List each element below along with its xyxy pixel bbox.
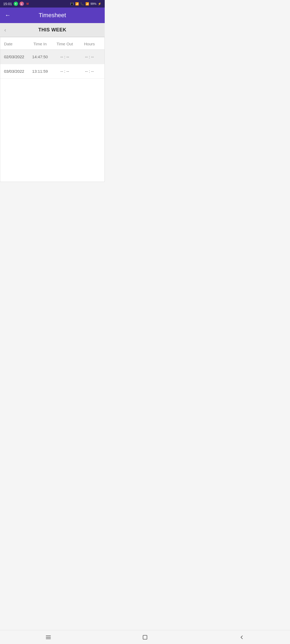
gmail-icon: M	[26, 2, 30, 6]
row-date-1: 03/03/2022	[3, 69, 28, 74]
app-header: ← Timesheet	[0, 8, 105, 23]
status-bar-right: 📳 📶 📞 📶 99% ⚡	[70, 2, 102, 6]
whatsapp-icon: ●	[14, 2, 18, 6]
signal-icon: 📶	[85, 2, 89, 6]
back-button[interactable]: ←	[5, 12, 11, 19]
back-arrow-icon: ←	[5, 12, 11, 19]
col-header-time-in: Time In	[28, 42, 52, 46]
row-time-in-0: 14:47:50	[28, 54, 52, 59]
row-date-0: 02/03/2022	[3, 54, 28, 59]
week-nav: ‹ THIS WEEK	[0, 23, 105, 37]
table-header: Date Time In Time Out Hours	[0, 37, 104, 50]
vibrate-icon: 📳	[70, 2, 74, 6]
week-prev-button[interactable]: ‹	[4, 27, 6, 33]
wifi-icon: 📶	[75, 2, 79, 6]
battery-text: 99%	[90, 2, 96, 5]
week-nav-title: THIS WEEK	[38, 27, 67, 33]
call-icon: 📞	[80, 2, 84, 6]
col-header-time-out: Time Out	[52, 42, 77, 46]
row-time-out-0: -- : --	[52, 54, 77, 59]
status-time: 15:01	[3, 2, 12, 6]
row-hours-1: -- : --	[77, 69, 102, 74]
status-bar-left: 15:01 ● ▲ M	[3, 2, 30, 6]
app-icon-clip: ▲	[20, 2, 24, 6]
page-title: Timesheet	[39, 12, 66, 19]
col-header-date: Date	[3, 42, 28, 46]
row-time-in-1: 13:11:59	[28, 69, 52, 74]
table-row: 03/03/2022 13:11:59 -- : -- -- : --	[0, 64, 104, 79]
status-bar: 15:01 ● ▲ M 📳 📶 📞 📶 99% ⚡	[0, 0, 105, 8]
table-row: 02/03/2022 14:47:50 -- : -- -- : --	[0, 50, 104, 64]
row-time-out-1: -- : --	[52, 69, 77, 74]
col-header-hours: Hours	[77, 42, 102, 46]
row-hours-0: -- : --	[77, 54, 102, 59]
timesheet-table: Date Time In Time Out Hours 02/03/2022 1…	[0, 37, 105, 182]
battery-charging-icon: ⚡	[98, 2, 102, 6]
